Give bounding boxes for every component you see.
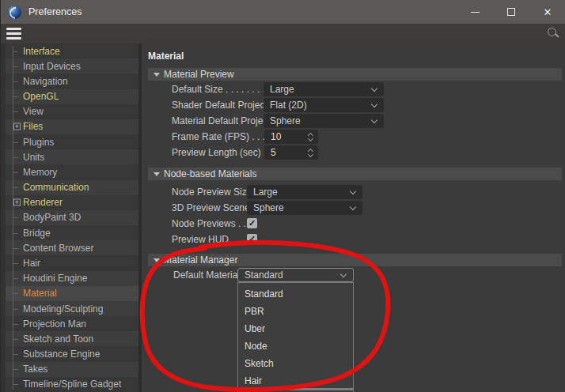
frame-rate-input[interactable]: 10 bbox=[264, 130, 318, 144]
sidebar-item-view[interactable]: View bbox=[6, 104, 138, 119]
default-material-dropdown[interactable]: Standard bbox=[237, 268, 354, 282]
close-button[interactable]: ✕ bbox=[529, 0, 565, 24]
menu-item-sketch[interactable]: Sketch bbox=[238, 355, 353, 372]
sidebar-item-opengl[interactable]: OpenGL bbox=[6, 89, 138, 104]
menu-item-node[interactable]: Node bbox=[238, 337, 353, 355]
sidebar-item-label: Hair bbox=[23, 258, 40, 269]
node-previews-checkbox[interactable]: ✓ bbox=[247, 218, 257, 228]
menu-item-pbr[interactable]: PBR bbox=[238, 303, 353, 320]
minimize-button[interactable] bbox=[457, 0, 493, 24]
preview-hud-checkbox[interactable]: ✓ bbox=[247, 234, 257, 244]
sidebar-item-files[interactable]: +Files bbox=[6, 119, 138, 134]
sidebar-item-label: BodyPaint 3D bbox=[23, 212, 81, 223]
sidebar-item-label: Takes bbox=[23, 364, 47, 375]
sidebar-item-content-browser[interactable]: Content Browser bbox=[6, 240, 138, 255]
menu-item-hair[interactable]: Hair bbox=[238, 372, 353, 390]
sidebar-item-projection-man[interactable]: Projection Man bbox=[6, 316, 138, 331]
sidebar-item-label: View bbox=[23, 106, 44, 117]
menubar bbox=[1, 24, 565, 43]
group-node-based-materials[interactable]: Node-based Materials bbox=[148, 168, 562, 180]
expand-plus-icon[interactable]: + bbox=[13, 123, 21, 130]
material-default-project-dropdown[interactable]: Sphere bbox=[264, 114, 384, 128]
menu-item-standard[interactable]: Standard bbox=[238, 285, 353, 303]
field-label: Frame Rate (FPS) . . . . bbox=[172, 129, 271, 145]
sidebar-item-label: Input Devices bbox=[23, 61, 81, 72]
sidebar-item-sketch-and-toon[interactable]: Sketch and Toon bbox=[6, 331, 138, 346]
sidebar-item-renderer[interactable]: +Renderer bbox=[6, 195, 138, 210]
minimize-icon bbox=[471, 12, 480, 13]
group-title: Material Manager bbox=[164, 254, 237, 266]
hamburger-menu-icon[interactable] bbox=[6, 28, 21, 40]
chevron-down-icon bbox=[371, 116, 377, 122]
field-label: Default Size . . . . . . . . bbox=[172, 81, 265, 97]
row-default-material: Default Material Standard bbox=[142, 267, 565, 283]
default-size-dropdown[interactable]: Large bbox=[264, 82, 384, 96]
3d-preview-scene-dropdown[interactable]: Sphere bbox=[247, 201, 362, 215]
node-preview-size-dropdown[interactable]: Large bbox=[247, 185, 362, 199]
sidebar-item-bridge[interactable]: Bridge bbox=[6, 225, 138, 240]
sidebar-item-takes[interactable]: Takes bbox=[6, 362, 138, 377]
shader-default-project-dropdown[interactable]: Flat (2D) bbox=[264, 98, 384, 112]
sidebar-item-timeline-spline-gadget[interactable]: Timeline/Spline Gadget bbox=[6, 377, 138, 392]
sidebar-item-houdini-engine[interactable]: Houdini Engine bbox=[6, 271, 138, 286]
chevron-down-icon bbox=[350, 203, 356, 209]
sidebar-item-label: Content Browser bbox=[23, 243, 93, 254]
chevron-down-icon bbox=[340, 270, 347, 277]
group-material-preview[interactable]: Material Preview bbox=[148, 68, 562, 81]
sidebar-item-label: Houdini Engine bbox=[23, 273, 87, 284]
group-title: Material Preview bbox=[164, 69, 234, 80]
dropdown-value: Flat (2D) bbox=[270, 100, 307, 111]
dropdown-value: Large bbox=[270, 84, 294, 95]
sidebar-item-label: Units bbox=[23, 152, 44, 163]
dropdown-value: Sphere bbox=[253, 202, 284, 213]
search-icon[interactable] bbox=[547, 27, 559, 40]
sidebar-item-memory[interactable]: Memory bbox=[6, 164, 138, 179]
maximize-button[interactable] bbox=[493, 0, 529, 24]
sidebar-item-communication[interactable]: Communication bbox=[6, 180, 138, 195]
sidebar-item-input-devices[interactable]: Input Devices bbox=[6, 58, 138, 74]
field-label: Preview Length (sec) . . bbox=[172, 145, 271, 160]
field-label: Node Preview Size bbox=[172, 184, 252, 200]
cinema4d-logo-icon bbox=[8, 6, 21, 19]
sidebar: InterfaceInput DevicesNavigationOpenGLVi… bbox=[1, 43, 138, 392]
sidebar-item-label: Modeling/Sculpting bbox=[23, 303, 103, 315]
sidebar-item-substance-engine[interactable]: Substance Engine bbox=[6, 346, 138, 361]
sidebar-item-plugins[interactable]: Plugins bbox=[6, 134, 138, 149]
sidebar-item-hair[interactable]: Hair bbox=[6, 255, 138, 270]
sidebar-item-label: Interface bbox=[23, 46, 60, 57]
menu-item-uber[interactable]: Uber bbox=[238, 320, 353, 337]
sidebar-item-bodypaint-3d[interactable]: BodyPaint 3D bbox=[6, 210, 138, 225]
spinner-arrows[interactable] bbox=[309, 149, 313, 156]
maximize-icon bbox=[507, 8, 515, 16]
sidebar-item-material[interactable]: Material bbox=[6, 286, 138, 301]
sidebar-item-label: Bridge bbox=[23, 228, 51, 239]
sidebar-item-label: Material bbox=[23, 288, 57, 299]
field-label: 3D Preview Scene bbox=[172, 200, 250, 216]
sidebar-item-label: Communication bbox=[23, 182, 89, 193]
spinner-arrows[interactable] bbox=[309, 134, 313, 141]
window-title: Preferences bbox=[28, 6, 82, 17]
row-frame-rate: Frame Rate (FPS) . . . . 10 bbox=[142, 129, 565, 145]
titlebar: Preferences ✕ bbox=[1, 0, 565, 24]
sidebar-item-label: Files bbox=[23, 121, 43, 132]
preview-length-input[interactable]: 5 bbox=[264, 145, 318, 160]
content-panel: Material Material Preview Default Size .… bbox=[142, 43, 565, 392]
dropdown-value: Standard bbox=[245, 270, 283, 281]
row-shader-default-project: Shader Default Project Flat (2D) bbox=[142, 97, 565, 113]
sidebar-item-label: OpenGL bbox=[23, 91, 59, 102]
dropdown-menu: StandardPBRUberNodeSketchHair bbox=[237, 282, 354, 392]
row-node-previews: Node Previews . . ✓ bbox=[142, 216, 565, 232]
group-material-manager[interactable]: Material Manager bbox=[148, 254, 562, 266]
sidebar-item-navigation[interactable]: Navigation bbox=[6, 74, 138, 89]
sidebar-item-label: Renderer bbox=[23, 197, 63, 208]
sidebar-item-label: Sketch and Toon bbox=[23, 334, 93, 345]
sidebar-item-modeling-sculpting[interactable]: Modeling/Sculpting bbox=[6, 301, 138, 316]
page-title: Material bbox=[148, 51, 184, 62]
collapse-triangle-icon bbox=[154, 172, 160, 176]
sidebar-item-label: Navigation bbox=[23, 76, 68, 87]
expand-plus-icon[interactable]: + bbox=[13, 199, 21, 206]
preferences-window: Preferences ✕ InterfaceInput DevicesNavi… bbox=[0, 0, 565, 392]
sidebar-item-interface[interactable]: Interface bbox=[6, 43, 138, 58]
sidebar-item-units[interactable]: Units bbox=[6, 149, 138, 164]
collapse-triangle-icon bbox=[154, 258, 160, 262]
